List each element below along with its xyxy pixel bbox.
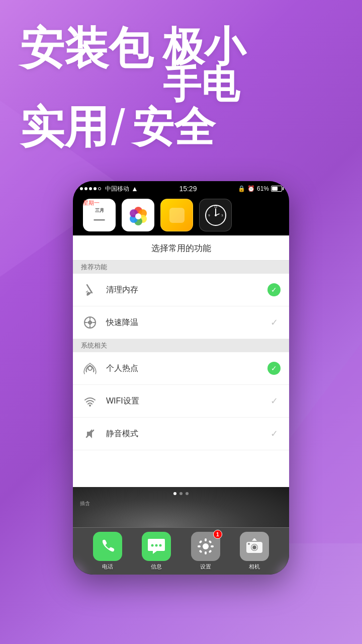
settings-app-icon[interactable]: 1: [191, 532, 220, 561]
hero-text-line1-extra: 手电: [163, 64, 245, 105]
svg-rect-35: [208, 549, 212, 553]
svg-rect-30: [205, 538, 207, 541]
battery-percent: 61%: [257, 185, 269, 192]
status-left: 中国移动 ▲: [80, 185, 138, 193]
settings-badge: 1: [213, 530, 222, 539]
signal-dot4: [94, 187, 97, 190]
svg-point-29: [203, 543, 209, 549]
hero-text-line1-right: 极小: [163, 25, 245, 68]
dock-app-settings[interactable]: 1 设置: [191, 532, 220, 571]
carrier-name: 中国移动: [105, 185, 129, 193]
svg-text:12: 12: [214, 205, 217, 208]
signal-dot5: [98, 187, 101, 190]
signal-dot3: [89, 187, 92, 190]
wifi-check[interactable]: ✓: [267, 394, 281, 408]
hero-text-line2-left: 实用: [20, 104, 109, 150]
clean-memory-label: 清理内存: [106, 285, 267, 295]
svg-rect-36: [208, 540, 212, 543]
signal-dot2: [84, 187, 87, 190]
camera-app-icon[interactable]: [240, 532, 269, 561]
status-time: 15:29: [179, 185, 197, 193]
dock-app-camera[interactable]: 相机: [240, 532, 269, 571]
svg-point-14: [215, 214, 217, 216]
cooling-label: 快速降温: [106, 317, 267, 328]
home-screen-bg: 插含: [73, 487, 289, 527]
svg-point-42: [248, 543, 250, 545]
wifi-label: WIFI设置: [106, 396, 267, 407]
page-dot-1: [173, 492, 176, 495]
hero-slash: /: [111, 102, 125, 152]
settings-row-wifi[interactable]: WIFI设置 ✓: [73, 385, 289, 418]
camera-lens-icon: [245, 537, 264, 556]
signal-dots: [80, 187, 101, 190]
weekday-label: 星期一: [83, 199, 100, 207]
silent-icon: [81, 425, 99, 443]
dock: 电话 信息 1: [73, 527, 289, 575]
check-gray-icon: ✓: [270, 317, 278, 328]
settings-row-hotspot[interactable]: 个人热点 ✓: [73, 352, 289, 385]
section-header-system: 系统相关: [73, 339, 289, 352]
sheet-title: 选择常用的功能: [73, 235, 289, 261]
maps-icon: [167, 205, 187, 225]
hotspot-check[interactable]: ✓: [267, 361, 281, 375]
svg-point-26: [151, 544, 154, 547]
phone-app-icon[interactable]: [93, 532, 122, 561]
settings-app-label: 设置: [200, 563, 211, 571]
settings-row-cooling[interactable]: 快速降温 ✓: [73, 306, 289, 339]
svg-point-23: [88, 366, 92, 370]
page-dot-2: [179, 492, 183, 495]
svg-point-28: [159, 544, 162, 547]
battery-fill: [272, 187, 278, 191]
check-gray-silent-icon: ✓: [270, 428, 278, 439]
settings-row-silent[interactable]: 静音模式 ✓: [73, 418, 289, 450]
svg-rect-34: [199, 540, 202, 543]
ad-label: 插含: [80, 500, 90, 507]
section-header-recommended: 推荐功能: [73, 261, 289, 274]
silent-label: 静音模式: [106, 429, 267, 439]
svg-line-16: [86, 291, 88, 292]
wifi-icon: ▲: [131, 185, 138, 193]
photos-icon: [126, 203, 151, 228]
svg-point-6: [135, 213, 141, 219]
svg-rect-7: [169, 208, 185, 223]
hero-text-line1-left: 安装包: [20, 25, 153, 71]
svg-rect-37: [199, 549, 202, 553]
page-dot-3: [186, 492, 189, 495]
svg-point-24: [89, 405, 91, 407]
dock-app-phone[interactable]: 电话: [93, 532, 122, 571]
svg-rect-31: [205, 551, 207, 554]
settings-row-clean-memory[interactable]: 清理内存 ✓: [73, 274, 289, 306]
check-gray-wifi-icon: ✓: [270, 395, 278, 407]
phone-mockup: 中国移动 ▲ 15:29 🔒 ⏰ 61% 星期一 三月 —: [73, 181, 289, 575]
clean-memory-check[interactable]: ✓: [267, 283, 281, 297]
phone-app-label: 电话: [102, 563, 113, 571]
cooling-check[interactable]: ✓: [267, 315, 281, 330]
status-bar: 中国移动 ▲ 15:29 🔒 ⏰ 61%: [73, 181, 289, 195]
check-green-hotspot-icon: ✓: [267, 362, 281, 375]
check-green-icon: ✓: [267, 283, 281, 296]
clock-app-thumb[interactable]: 12 3 9: [199, 199, 232, 231]
hotspot-label: 个人热点: [106, 363, 267, 374]
dock-app-messages[interactable]: 信息: [142, 532, 171, 571]
svg-line-15: [87, 285, 92, 293]
messages-app-icon[interactable]: [142, 532, 171, 561]
maps-app-thumb[interactable]: [160, 199, 193, 231]
phone-handset-icon: [99, 537, 117, 555]
lock-icon: 🔒: [238, 185, 245, 192]
cooling-icon: [81, 313, 99, 332]
gear-icon: [196, 537, 215, 556]
alarm-icon: ⏰: [247, 185, 255, 192]
svg-point-27: [155, 544, 158, 547]
page-dots: [173, 492, 189, 495]
messages-bubble-icon: [147, 537, 166, 556]
camera-app-label: 相机: [249, 563, 260, 571]
silent-check[interactable]: ✓: [267, 427, 281, 441]
photos-app-thumb[interactable]: [122, 199, 154, 231]
hero-row1: 安装包 极小 手电: [20, 25, 342, 105]
clock-icon: 12 3 9: [203, 203, 228, 228]
status-right: 🔒 ⏰ 61%: [238, 185, 282, 192]
hotspot-icon: [81, 359, 99, 377]
svg-rect-33: [211, 545, 214, 547]
app-switcher: 星期一 三月 —: [73, 195, 289, 235]
hero-text-line2-right: 安全: [133, 106, 215, 149]
